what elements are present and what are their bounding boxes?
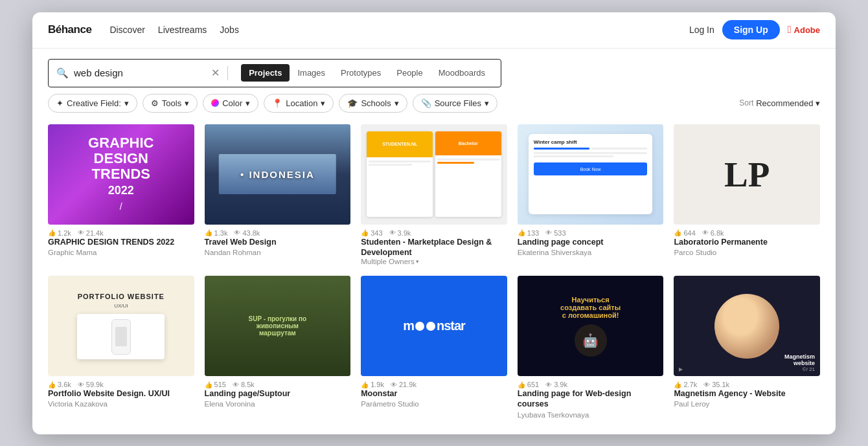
card-6-author: Victoria Kazakova: [48, 400, 194, 408]
card-1-likes: 👍 1.2k: [48, 229, 71, 237]
card-3-stats: 👍 343 👁 3.9k: [361, 229, 507, 237]
card-5-info: 👍 644 👁 6.8k Laboratorio Permanente Parc…: [674, 229, 820, 256]
chevron-down-icon-2: ▾: [185, 98, 189, 108]
tab-images[interactable]: Images: [290, 64, 333, 82]
card-9-stats: 👍 651 👁 3.9k: [518, 381, 664, 388]
filter-tools[interactable]: ⚙ Tools ▾: [143, 94, 198, 113]
nav-jobs[interactable]: Jobs: [220, 25, 239, 35]
filter-location[interactable]: 📍 Location ▾: [264, 94, 334, 113]
card-1-info: 👍 1.2k 👁 21.4k GRAPHIC DESIGN TRENDS 202…: [48, 229, 194, 256]
card-5-author: Parco Studio: [674, 249, 820, 256]
card-8-stats: 👍 1.9k 👁 21.9k: [361, 381, 507, 388]
project-card-2[interactable]: • INDONESIA 👍 1.3k 👁 43.8k Travel Web De…: [205, 124, 351, 266]
source-files-icon: 📎: [421, 98, 431, 108]
nav-discover[interactable]: Discover: [109, 25, 144, 35]
card-7-likes: 👍 515: [205, 381, 226, 388]
card-2-author: Nandan Rohman: [205, 249, 351, 256]
card-8-info: 👍 1.9k 👁 21.9k Moonstar Parámetro Studio: [361, 381, 507, 408]
grid-section: GRAPHICDESIGNTRENDS2022/ 👍 1.2k 👁 21.4k …: [32, 119, 836, 434]
project-card-6[interactable]: PORTFOLIO WEBSITE UX/UI 👍 3.6k 👁 59.9k: [48, 276, 194, 419]
projects-grid: GRAPHICDESIGNTRENDS2022/ 👍 1.2k 👁 21.4k …: [48, 124, 820, 419]
card-6-info: 👍 3.6k 👁 59.9k Portfolio Website Design.…: [48, 381, 194, 408]
card-7-stats: 👍 515 👁 8.5k: [205, 381, 351, 388]
card-10-author: Paul Leroy: [674, 400, 820, 408]
project-card-1[interactable]: GRAPHICDESIGNTRENDS2022/ 👍 1.2k 👁 21.4k …: [48, 124, 194, 266]
card-3-views: 👁 3.9k: [389, 229, 411, 237]
source-files-label: Source Files: [435, 98, 481, 108]
project-card-3[interactable]: STUDENTEN.NL Bachelor: [361, 124, 507, 266]
nav-right: Log In Sign Up  Adobe: [689, 20, 820, 39]
filter-creative-field[interactable]: ✦ Creative Field: ▾: [48, 94, 137, 113]
location-label: Location: [286, 98, 317, 108]
card-1-title: GRAPHIC DESIGN TRENDS 2022: [48, 237, 194, 247]
card-4-info: 👍 133 👁 533 Landing page concept Ekateri…: [518, 229, 664, 256]
filter-schools[interactable]: 🎓 Schools ▾: [339, 94, 407, 113]
card-4-title: Landing page concept: [518, 237, 664, 247]
card-2-info: 👍 1.3k 👁 43.8k Travel Web Design Nandan …: [205, 229, 351, 256]
chevron-down-icon-3: ▾: [246, 98, 250, 108]
project-card-10[interactable]: Magnetism website ©/ 21 ▶ 👍 2.7k 👁 35.1k: [674, 276, 820, 419]
card-4-author: Ekaterina Shiverskaya: [518, 249, 664, 256]
card-3-likes: 👍 343: [361, 229, 382, 237]
card-6-views: 👁 59.9k: [78, 381, 104, 388]
card-8-views: 👁 21.9k: [391, 381, 417, 388]
tab-people[interactable]: People: [389, 64, 430, 82]
card-7-info: 👍 515 👁 8.5k Landing page/Suptour Elena …: [205, 381, 351, 408]
clear-icon[interactable]: ✕: [211, 67, 220, 79]
project-card-7[interactable]: SUP - прогулки по живописным маршрутам 👍…: [205, 276, 351, 419]
card-10-views: 👁 35.1k: [703, 381, 729, 388]
signup-button[interactable]: Sign Up: [722, 20, 780, 39]
card-7-author: Elena Voronina: [205, 400, 351, 408]
card-7-views: 👁 8.5k: [233, 381, 255, 388]
navbar: Béhance Discover Livestreams Jobs Log In…: [32, 12, 836, 49]
card-2-visual-text: • INDONESIA: [240, 169, 315, 180]
card-2-title: Travel Web Design: [205, 237, 351, 247]
login-button[interactable]: Log In: [689, 25, 714, 35]
card-5-likes: 👍 644: [674, 229, 695, 237]
card-6-likes: 👍 3.6k: [48, 381, 71, 388]
tab-prototypes[interactable]: Prototypes: [333, 64, 389, 82]
color-label: Color: [222, 98, 242, 108]
project-card-9[interactable]: Научиться создавать сайты с логомашиной!…: [518, 276, 664, 419]
card-6-stats: 👍 3.6k 👁 59.9k: [48, 381, 194, 388]
search-section: 🔍 ✕ Projects Images Prototypes People Mo…: [32, 49, 836, 87]
schools-icon: 🎓: [347, 98, 358, 108]
tab-moodboards[interactable]: Moodboards: [431, 64, 493, 82]
card-10-stats: 👍 2.7k 👁 35.1k: [674, 381, 820, 388]
card-4-likes: 👍 133: [518, 229, 539, 237]
nav-links: Discover Livestreams Jobs: [109, 25, 239, 35]
project-card-4[interactable]: Winter camp shift Book Now: [518, 124, 664, 266]
card-1-views: 👁 21.4k: [78, 229, 104, 237]
creative-field-label: Creative Field:: [67, 98, 121, 108]
tab-projects[interactable]: Projects: [241, 64, 290, 82]
card-5-views: 👁 6.8k: [702, 229, 724, 237]
card-5-stats: 👍 644 👁 6.8k: [674, 229, 820, 237]
card-10-likes: 👍 2.7k: [674, 381, 697, 388]
project-card-5[interactable]: LP 👍 644 👁 6.8k Laboratorio Permanente P…: [674, 124, 820, 266]
card-4-stats: 👍 133 👁 533: [518, 229, 664, 237]
search-input[interactable]: [74, 67, 206, 78]
card-3-title: Studenten - Marketplace Design & Develop…: [361, 237, 507, 258]
filter-color[interactable]: Color ▾: [203, 94, 258, 113]
card-9-views: 👁 3.9k: [545, 381, 567, 388]
nav-livestreams[interactable]: Livestreams: [158, 25, 207, 35]
card-8-title: Moonstar: [361, 388, 507, 399]
card-2-likes: 👍 1.3k: [205, 229, 228, 237]
color-icon: [211, 99, 219, 107]
card-2-stats: 👍 1.3k 👁 43.8k: [205, 229, 351, 237]
adobe-logo:  Adobe: [788, 24, 820, 36]
tabs-row: Projects Images Prototypes People Moodbo…: [241, 64, 493, 82]
tools-icon: ⚙: [151, 98, 159, 108]
location-icon: 📍: [272, 98, 282, 108]
project-card-8[interactable]: m nstar 👍 1.9k 👁 21.9k Moonstar Parámetr…: [361, 276, 507, 419]
brand-logo: Béhance: [48, 23, 91, 36]
card-6-title: Portfolio Website Design. UX/UI: [48, 388, 194, 399]
creative-field-icon: ✦: [56, 98, 63, 108]
card-10-info: 👍 2.7k 👁 35.1k Magnetism Agency - Websit…: [674, 381, 820, 408]
filter-source-files[interactable]: 📎 Source Files ▾: [413, 94, 497, 113]
chevron-down-icon-5: ▾: [394, 98, 399, 108]
sort-section: Sort Recommended ▾: [739, 98, 820, 108]
sort-value[interactable]: Recommended ▾: [756, 98, 820, 108]
card-1-stats: 👍 1.2k 👁 21.4k: [48, 229, 194, 237]
card-9-likes: 👍 651: [518, 381, 539, 388]
